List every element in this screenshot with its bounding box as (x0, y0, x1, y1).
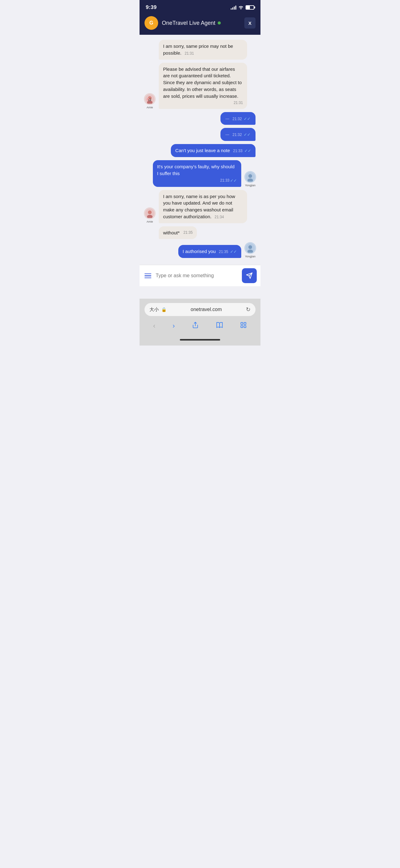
avatar: 🎧 (144, 93, 156, 105)
svg-text:🎧: 🎧 (148, 98, 151, 101)
message-input[interactable] (156, 273, 239, 278)
read-receipts: ✓✓ (244, 116, 251, 121)
message-row: ··· 21:32 ✓✓ (143, 112, 256, 125)
message-time: 21:32 (233, 117, 242, 121)
read-receipts: ✓✓ (230, 178, 237, 184)
chat-header: G OneTravel Live Agent X (139, 13, 261, 35)
message-text: without* (163, 229, 179, 236)
avatar-label: Yongjian (245, 184, 256, 187)
online-indicator (218, 22, 221, 25)
header-title-area: OneTravel Live Agent (162, 20, 241, 26)
app-logo: G (144, 16, 158, 30)
status-icons (231, 5, 254, 10)
browser-navigation: ‹ › (144, 317, 256, 333)
message-time: 21:35 (183, 230, 193, 235)
message-text: I authorised you (182, 249, 216, 254)
avatar (244, 171, 256, 183)
refresh-icon[interactable]: ↻ (246, 306, 251, 313)
battery-icon (245, 5, 254, 10)
message-time: 21:33 (233, 149, 242, 153)
avatar-label: Amie (147, 106, 153, 109)
input-bar (139, 265, 261, 286)
avatar-wrap: 🎧 Amie (143, 93, 156, 109)
avatar-wrap: Amie (143, 207, 156, 223)
home-indicator (139, 337, 261, 345)
message-time: 21:35 (219, 250, 228, 254)
read-receipts: ✓✓ (244, 132, 251, 137)
svg-point-14 (248, 245, 252, 249)
svg-rect-19 (241, 326, 243, 328)
message-time: 21:33 (220, 178, 229, 183)
url-bar[interactable]: 大小 🔒 onetravel.com ↻ (144, 303, 256, 316)
status-time: 9:39 (146, 4, 157, 10)
avatar (144, 207, 156, 219)
message-text: Can't you just leave a note (175, 148, 230, 153)
user-bubble: ··· 21:32 ✓✓ (221, 128, 256, 141)
message-row: 🎧 Amie Please be advised that our airfar… (143, 63, 257, 109)
message-text: I am sorry, name is as per you how you h… (163, 194, 235, 219)
message-row: Can't you just leave a note 21:33 ✓✓ (143, 144, 256, 157)
message-row: Amie I am sorry, name is as per you how … (143, 190, 257, 223)
agent-bubble: Please be advised that our airfares are … (159, 63, 247, 109)
user-bubble: ··· 21:32 ✓✓ (221, 112, 256, 125)
forward-button[interactable]: › (169, 320, 178, 332)
avatar-label: Yongjian (245, 255, 256, 258)
chat-title: OneTravel Live Agent (162, 20, 215, 26)
menu-button[interactable] (143, 272, 153, 280)
agent-bubble: I am sorry, same price may not be possib… (159, 40, 247, 60)
lock-icon: 🔒 (161, 307, 167, 312)
user-bubble: Can't you just leave a note 21:33 ✓✓ (171, 144, 256, 157)
send-button[interactable] (242, 268, 257, 283)
avatar-label: Amie (147, 220, 153, 223)
svg-point-11 (148, 211, 152, 214)
bottom-spacer (139, 286, 261, 299)
agent-bubble: without* 21:35 (159, 226, 197, 239)
share-button[interactable] (188, 320, 202, 332)
svg-rect-18 (244, 322, 246, 324)
status-bar: 9:39 (139, 0, 261, 13)
wifi-icon (238, 5, 244, 10)
home-bar (180, 339, 220, 341)
message-row: ··· 21:32 ✓✓ (143, 128, 256, 141)
svg-rect-17 (241, 322, 243, 324)
message-row: without* 21:35 (143, 226, 257, 239)
user-bubble: It's your company's faulty, why should I… (153, 160, 241, 187)
size-label: 大小 (149, 307, 159, 313)
message-time: 21:34 (214, 215, 224, 219)
message-time: 21:31 (185, 51, 194, 56)
svg-text:G: G (149, 20, 153, 26)
read-receipts: ✓✓ (244, 148, 251, 153)
back-button[interactable]: ‹ (149, 320, 159, 332)
read-receipts: ✓✓ (230, 249, 237, 254)
svg-point-8 (248, 174, 252, 178)
message-text: Please be advised that our airfares are … (163, 66, 241, 99)
message-text: It's your company's faulty, why should I… (157, 164, 235, 176)
message-text: I am sorry, same price may not be possib… (163, 43, 233, 56)
avatar-wrap: Yongjian (244, 242, 257, 258)
message-row: I am sorry, same price may not be possib… (143, 40, 257, 60)
avatar (244, 242, 256, 254)
avatar-wrap: Yongjian (244, 171, 257, 187)
browser-bar: 大小 🔒 onetravel.com ↻ ‹ › (139, 299, 261, 337)
message-text: ··· (226, 132, 229, 137)
chat-area: I am sorry, same price may not be possib… (139, 35, 261, 263)
message-row: Yongjian It's your company's faulty, why… (143, 160, 257, 187)
message-time: 21:32 (233, 132, 242, 137)
send-icon (246, 272, 253, 279)
user-bubble: I authorised you 21:35 ✓✓ (178, 245, 241, 258)
message-row: Yongjian I authorised you 21:35 ✓✓ (143, 242, 257, 258)
tabs-button[interactable] (236, 320, 251, 332)
agent-bubble: I am sorry, name is as per you how you h… (159, 190, 247, 223)
close-button[interactable]: X (244, 18, 256, 29)
bookmarks-button[interactable] (212, 320, 227, 332)
signal-icon (231, 5, 236, 10)
message-text: ··· (226, 116, 229, 121)
message-time: 21:31 (233, 100, 243, 105)
svg-rect-20 (244, 326, 246, 328)
url-text: onetravel.com (169, 307, 243, 312)
